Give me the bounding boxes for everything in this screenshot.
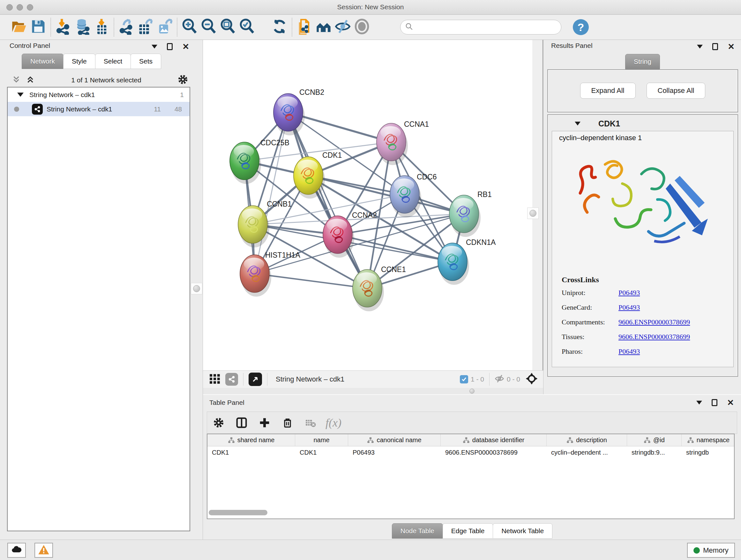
panel-float-icon[interactable]: [712, 43, 718, 50]
table-cell: P06493: [348, 446, 441, 458]
tree-expand-icon[interactable]: [17, 92, 23, 97]
selected-checkbox-icon[interactable]: [460, 375, 468, 383]
node-label-CDKN1A: CDKN1A: [466, 238, 496, 246]
export-image-icon: [156, 18, 173, 36]
node-label-RB1: RB1: [477, 190, 492, 199]
section-collapse-icon[interactable]: [575, 122, 581, 125]
column-header-6[interactable]: namespace: [682, 434, 735, 446]
apply-layout-button[interactable]: [270, 17, 289, 37]
search-icon: [405, 22, 413, 32]
node-CCNB2[interactable]: [273, 94, 305, 135]
panel-close-icon[interactable]: ✕: [182, 44, 189, 50]
shared-column-icon: [228, 437, 235, 444]
zoom-in-button[interactable]: [180, 17, 199, 37]
collapse-all-chevron-icon[interactable]: [11, 75, 21, 85]
zoom-out-button[interactable]: [199, 17, 218, 37]
tab-network[interactable]: Network: [22, 54, 64, 69]
network-canvas[interactable]: CCNB2CCNA1CDC25BCDK1CDC6RB1CCNB1CCNA2CDK…: [203, 40, 532, 370]
warning-status-button[interactable]: [35, 543, 53, 558]
show-all-networks-button[interactable]: [314, 17, 333, 37]
column-header-3[interactable]: database identifier: [441, 434, 547, 446]
node-CDKN1A[interactable]: [438, 243, 469, 285]
crosslink-link[interactable]: P06493: [618, 289, 640, 297]
node-RB1[interactable]: [449, 195, 481, 237]
panel-float-icon[interactable]: [712, 399, 718, 406]
panel-float-icon[interactable]: [167, 43, 173, 50]
import-network-database-button[interactable]: [73, 17, 92, 37]
save-session-button[interactable]: [29, 17, 48, 37]
tab-node-table[interactable]: Node Table: [392, 523, 443, 539]
crosslink-link[interactable]: P06493: [618, 303, 640, 312]
table-options-gear-icon[interactable]: [207, 417, 230, 428]
search-input[interactable]: [413, 23, 550, 31]
node-CCNE1[interactable]: [353, 269, 384, 311]
apply-function-icon[interactable]: f(x): [322, 416, 345, 429]
add-column-icon[interactable]: [253, 417, 276, 429]
help-button[interactable]: ?: [573, 19, 589, 35]
hidden-eye-icon[interactable]: [495, 374, 504, 385]
tab-edge-table[interactable]: Edge Table: [443, 523, 493, 539]
tab-select[interactable]: Select: [95, 54, 131, 69]
node-table[interactable]: shared namenamecanonical namedatabase id…: [207, 434, 735, 519]
crosslink-link[interactable]: P06493: [618, 348, 640, 356]
import-network-file-button[interactable]: [54, 17, 73, 37]
clone-network-button[interactable]: [295, 17, 314, 37]
network-options-gear-icon[interactable]: [178, 74, 188, 86]
import-table-button[interactable]: [92, 17, 111, 37]
node-HIST1H1A[interactable]: [240, 255, 271, 297]
panel-close-icon[interactable]: ✕: [728, 44, 735, 50]
crosslink-link[interactable]: 9606.ENSP00000378699: [618, 333, 690, 341]
fit-crosshair-icon[interactable]: [525, 372, 538, 386]
column-header-0[interactable]: shared name: [207, 434, 295, 446]
tab-string[interactable]: String: [625, 54, 660, 69]
share-view-icon[interactable]: [225, 373, 238, 386]
delete-column-trash-icon[interactable]: [276, 417, 299, 428]
table-row[interactable]: CDK1CDK1P064939606.ENSP00000378699cyclin…: [207, 446, 734, 458]
search-field[interactable]: [400, 20, 561, 35]
export-network-button[interactable]: [117, 17, 136, 37]
delete-table-icon[interactable]: [299, 417, 322, 428]
cloud-status-button[interactable]: [7, 543, 26, 558]
node-CDK1[interactable]: [293, 157, 325, 199]
question-mark-icon: ?: [578, 21, 584, 34]
expand-all-chevron-icon[interactable]: [25, 75, 35, 85]
show-hidden-button[interactable]: [352, 17, 372, 37]
column-header-2[interactable]: canonical name: [348, 434, 441, 446]
tab-style[interactable]: Style: [63, 54, 95, 69]
hide-selected-button[interactable]: [333, 17, 352, 37]
network-row[interactable]: String Network – cdk1 11 48: [8, 102, 190, 116]
column-header-5[interactable]: @id: [627, 434, 682, 446]
panel-menu-icon[interactable]: [151, 45, 157, 49]
panel-close-icon[interactable]: ✕: [727, 399, 734, 406]
node-CCNA2[interactable]: [323, 216, 354, 258]
export-table-button[interactable]: [136, 17, 155, 37]
right-splitter-handle[interactable]: [527, 207, 539, 219]
zoom-selected-button[interactable]: [238, 17, 257, 37]
grid-view-icon[interactable]: [209, 373, 221, 386]
column-header-1[interactable]: name: [295, 434, 348, 446]
export-image-button[interactable]: [155, 17, 174, 37]
node-label-HIST1H1A: HIST1H1A: [265, 251, 300, 259]
popout-view-icon[interactable]: [249, 373, 262, 386]
column-header-4[interactable]: description: [547, 434, 627, 446]
table-horizontal-scrollbar[interactable]: [209, 510, 267, 515]
crosslink-link[interactable]: 9606.ENSP00000378699: [618, 318, 690, 326]
memory-button[interactable]: Memory: [687, 543, 735, 558]
node-CDC6[interactable]: [390, 176, 421, 217]
main-toolbar: ?: [0, 15, 741, 40]
crosslink-row: Uniprot:P06493: [562, 289, 728, 297]
panel-menu-icon[interactable]: [697, 45, 703, 49]
network-collection-row[interactable]: String Network – cdk1 1: [8, 87, 190, 102]
left-splitter-handle[interactable]: [191, 283, 202, 294]
tab-sets[interactable]: Sets: [131, 54, 161, 69]
expand-all-button[interactable]: Expand All: [580, 83, 636, 99]
tab-network-table[interactable]: Network Table: [493, 523, 552, 539]
toolbar-separator: [292, 18, 292, 37]
network-graph[interactable]: CCNB2CCNA1CDC25BCDK1CDC6RB1CCNB1CCNA2CDK…: [203, 40, 532, 370]
panel-menu-icon[interactable]: [696, 401, 702, 405]
split-panel-icon[interactable]: [230, 417, 253, 429]
node-CCNB1[interactable]: [238, 206, 269, 247]
open-session-button[interactable]: [10, 17, 29, 37]
zoom-fit-button[interactable]: [218, 17, 238, 37]
collapse-all-button[interactable]: Collapse All: [647, 83, 705, 99]
